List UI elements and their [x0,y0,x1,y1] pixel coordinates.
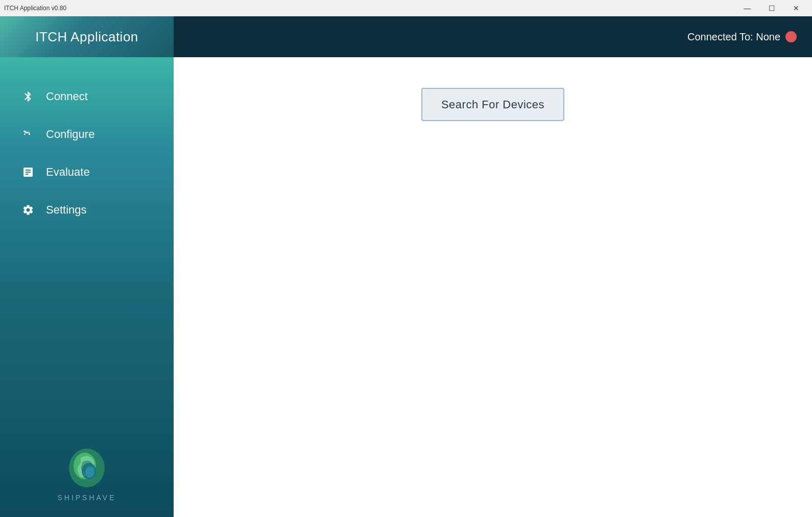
app-header: ITCH Application Connected To: None [0,16,812,57]
maximize-button[interactable]: ☐ [760,0,783,16]
chart-icon [20,165,36,180]
sidebar-item-connect[interactable]: Connect [0,78,174,115]
minimize-button[interactable]: — [735,0,759,16]
sidebar-item-configure-label: Configure [46,128,94,141]
sidebar-logo-text: SHIPSHAVE [57,494,116,502]
sidebar-item-evaluate-label: Evaluate [46,166,90,179]
app-container: ITCH Application Connected To: None Conn… [0,16,812,517]
sidebar: Connect Configure Evaluate [0,57,174,517]
connection-label: Connected To: None [687,31,780,43]
close-button[interactable]: ✕ [784,0,808,16]
header-title-area: ITCH Application [0,16,174,57]
content-area: Search For Devices [174,57,812,517]
sidebar-logo: SHIPSHAVE [0,432,174,517]
app-title: ITCH Application v0.80 [4,5,66,12]
sidebar-item-connect-label: Connect [46,90,88,103]
connection-indicator [785,31,797,42]
connection-status-area: Connected To: None [687,31,812,43]
header-title: ITCH Application [35,29,138,45]
search-for-devices-button[interactable]: Search For Devices [421,88,564,121]
title-bar: ITCH Application v0.80 — ☐ ✕ [0,0,812,16]
sidebar-item-evaluate[interactable]: Evaluate [0,153,174,191]
usb-icon [20,127,36,142]
sidebar-item-configure[interactable]: Configure [0,115,174,153]
sidebar-item-settings[interactable]: Settings [0,191,174,229]
sidebar-item-settings-label: Settings [46,203,87,217]
shipshave-logo-graphic [66,448,107,488]
window-controls: — ☐ ✕ [735,0,808,16]
bluetooth-icon [20,89,36,104]
svg-point-3 [85,466,94,478]
gear-icon [20,202,36,218]
main-layout: Connect Configure Evaluate [0,57,812,517]
